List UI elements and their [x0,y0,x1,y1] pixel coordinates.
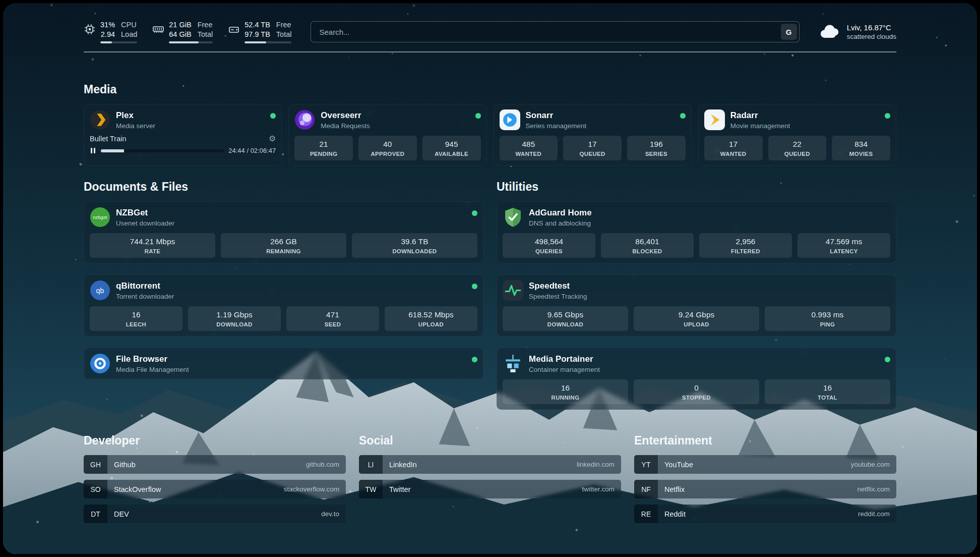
stat-block: 834 MOVIES [832,136,890,160]
section-title-utilities: Utilities [497,180,896,194]
bookmark-linkedin[interactable]: LI LinkedIn linkedin.com [359,455,621,474]
service-card-sonarr[interactable]: Sonarr Series management 485 WANTED 17 Q… [494,104,692,166]
stat-label: DOWNLOADED [354,248,475,254]
stat-block: 16 LEECH [90,306,182,331]
settings-gear-icon[interactable]: ⚙ [269,135,276,143]
service-name: Media Portainer [529,354,600,364]
stat-value: 0.993 ms [767,310,888,319]
stat-block: 744.21 Mbps RATE [90,233,215,258]
bookmark-group-developer: Developer GH Github github.com SO StackO… [84,434,346,523]
service-card-speedtest[interactable]: Speedtest Speedtest Tracking 9.65 Gbps D… [497,274,896,337]
stat-label: DOWNLOAD [190,321,279,327]
stat-label: REMAINING [223,248,344,254]
stat-label: BLOCKED [603,248,692,254]
cpu-label: CPU [121,20,137,30]
stat-block: 945 AVAILABLE [422,136,481,160]
service-meta: AdGuard Home DNS and adblocking [529,208,592,227]
weather-widget: Lviv, 16.87°C scattered clouds [819,23,896,40]
svg-text:qb: qb [96,287,104,295]
service-card-radarr[interactable]: Radarr Movie management 17 WANTED 22 QUE… [698,104,896,166]
stat-value: 16 [92,310,180,319]
bookmark-name: YouTube [664,461,693,469]
service-card-nzbget[interactable]: nzbget NZBGet Usenet downloader 744.21 M… [84,201,483,263]
playback-progress-fill [101,149,125,152]
stat-value: 744.21 Mbps [92,237,213,246]
service-card-filebrowser[interactable]: File Browser Media File Management [84,348,483,379]
stat-value: 86,401 [603,237,692,246]
stat-block: 86,401 BLOCKED [601,233,694,258]
stat-label: SEED [288,321,377,327]
stat-block: 16 RUNNING [503,379,628,404]
service-name: Overseerr [321,110,370,121]
disk-widget: 52.4 TB Free 97.9 TB Total [228,20,291,43]
status-dot-online [472,357,477,362]
stat-value: 945 [424,140,479,149]
service-card-plex[interactable]: Plex Media server Bullet Train ⚙ 24:44 /… [84,104,282,166]
plex-icon [90,109,110,130]
service-name: File Browser [116,354,189,364]
cpu-load-value: 2.94 [100,30,115,39]
bookmark-twitter[interactable]: TW Twitter twitter.com [359,480,621,498]
stat-value: 9.24 Gbps [636,310,757,319]
bookmark-url: youtube.com [851,461,890,468]
stat-block: 485 WANTED [500,136,558,160]
resource-widgets: 31% CPU 2.94 Load [84,20,291,43]
filebrowser-icon [90,353,110,374]
weather-location: Lviv, 16.87°C [847,23,896,32]
service-card-adguard[interactable]: AdGuard Home DNS and adblocking 498,564 … [497,201,896,263]
bookmark-dev[interactable]: DT DEV dev.to [84,505,346,523]
stat-value: 39.6 TB [354,237,475,246]
weather-condition: scattered clouds [847,33,896,40]
memory-total-value: 64 GiB [169,30,191,39]
service-name: NZBGet [116,208,174,218]
stat-block: 618.52 Mbps UPLOAD [385,306,477,331]
bookmark-abbr: SO [84,480,107,498]
pause-button[interactable] [90,147,96,154]
bookmark-url: linkedin.com [577,461,615,468]
bookmark-url: dev.to [321,510,339,518]
stat-label: RUNNING [505,395,626,401]
bookmark-netflix[interactable]: NF Netflix netflix.com [634,480,896,498]
service-stats: 744.21 Mbps RATE 266 GB REMAINING 39.6 T… [90,233,477,258]
stat-block: 16 TOTAL [765,379,890,404]
section-title-developer: Developer [84,434,346,448]
bookmark-stackoverflow[interactable]: SO StackOverflow stackoverflow.com [84,480,346,498]
service-description: Media server [116,122,155,130]
media-card-grid: Plex Media server Bullet Train ⚙ 24:44 /… [84,104,896,166]
stat-label: LATENCY [800,248,888,254]
status-dot-online [885,357,890,362]
bookmark-youtube[interactable]: YT YouTube youtube.com [634,455,896,474]
bookmark-url: netflix.com [857,485,890,493]
stat-label: DOWNLOAD [505,321,626,327]
cpu-readout: 31% CPU 2.94 Load [100,20,137,43]
stat-value: 21 [296,140,351,149]
stat-value: 471 [288,310,377,319]
stat-block: 21 PENDING [294,136,353,160]
service-card-portainer[interactable]: Media Portainer Container management 16 … [497,348,896,410]
stat-label: MOVIES [834,151,888,157]
service-description: Movie management [730,122,790,130]
stat-value: 2,956 [701,237,790,246]
stat-block: 2,956 FILTERED [699,233,792,258]
top-bar: 31% CPU 2.94 Load [84,3,896,43]
stat-block: 39.6 TB DOWNLOADED [352,233,477,258]
playback-progress-track[interactable] [101,149,224,152]
section-title-entertainment: Entertainment [634,434,896,448]
service-stats: 21 PENDING 40 APPROVED 945 AVAILABLE [294,136,480,160]
stat-block: 498,564 QUERIES [503,233,595,258]
stat-label: STOPPED [636,395,757,401]
service-card-overseerr[interactable]: Overseerr Media Requests 21 PENDING 40 A… [288,104,486,166]
bookmark-github[interactable]: GH Github github.com [84,455,346,474]
service-stats: 16 LEECH 1.19 Gbps DOWNLOAD 471 SEED [90,306,477,331]
bookmark-name: Twitter [389,485,411,493]
stat-value: 485 [502,140,556,149]
service-description: Torrent downloader [116,293,174,300]
service-card-qbittorrent[interactable]: qb qBittorrent Torrent downloader 16 [84,274,483,337]
bookmark-reddit[interactable]: RE Reddit reddit.com [634,505,896,523]
search-input[interactable] [311,21,799,42]
cpu-progress-fill [100,41,112,43]
search-provider-button[interactable]: G [781,24,797,40]
bookmark-abbr: DT [84,505,107,523]
status-dot-online [270,113,276,119]
stat-label: RATE [92,248,213,254]
